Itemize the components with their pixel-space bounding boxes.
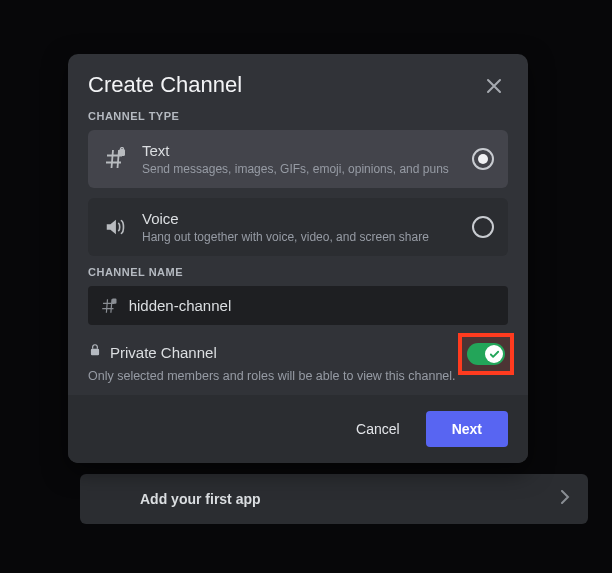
hash-lock-icon xyxy=(102,147,128,171)
private-channel-toggle[interactable] xyxy=(467,343,505,365)
hash-lock-icon xyxy=(100,297,119,315)
option-title: Voice xyxy=(142,210,458,228)
lock-icon xyxy=(88,343,102,361)
radio-unselected-icon xyxy=(472,216,494,238)
channel-type-label: CHANNEL TYPE xyxy=(88,110,508,122)
toggle-knob xyxy=(485,345,503,363)
option-desc: Hang out together with voice, video, and… xyxy=(142,230,458,244)
chevron-right-icon xyxy=(560,490,570,508)
cancel-button[interactable]: Cancel xyxy=(342,411,414,447)
highlight-annotation xyxy=(458,333,514,375)
option-title: Text xyxy=(142,142,458,160)
background-card-text: Add your first app xyxy=(140,491,261,507)
private-channel-desc: Only selected members and roles will be … xyxy=(88,369,508,383)
svg-rect-2 xyxy=(112,298,117,303)
modal-footer: Cancel Next xyxy=(68,395,528,463)
next-button[interactable]: Next xyxy=(426,411,508,447)
channel-name-input[interactable] xyxy=(127,296,496,315)
speaker-icon xyxy=(102,216,128,238)
close-button[interactable] xyxy=(480,72,508,100)
channel-name-label: CHANNEL NAME xyxy=(88,266,508,278)
radio-selected-icon xyxy=(472,148,494,170)
close-icon xyxy=(484,76,504,96)
background-card-add-app[interactable]: Add your first app xyxy=(80,474,588,524)
channel-type-option-voice[interactable]: Voice Hang out together with voice, vide… xyxy=(88,198,508,256)
svg-rect-3 xyxy=(91,349,99,355)
channel-type-option-text[interactable]: Text Send messages, images, GIFs, emoji,… xyxy=(88,130,508,188)
channel-name-field-wrap[interactable] xyxy=(88,286,508,325)
private-channel-label: Private Channel xyxy=(110,344,217,361)
check-icon xyxy=(489,349,500,360)
modal-title: Create Channel xyxy=(88,72,242,98)
option-desc: Send messages, images, GIFs, emoji, opin… xyxy=(142,162,458,176)
create-channel-modal: Create Channel CHANNEL TYPE Text Send me… xyxy=(68,54,528,463)
